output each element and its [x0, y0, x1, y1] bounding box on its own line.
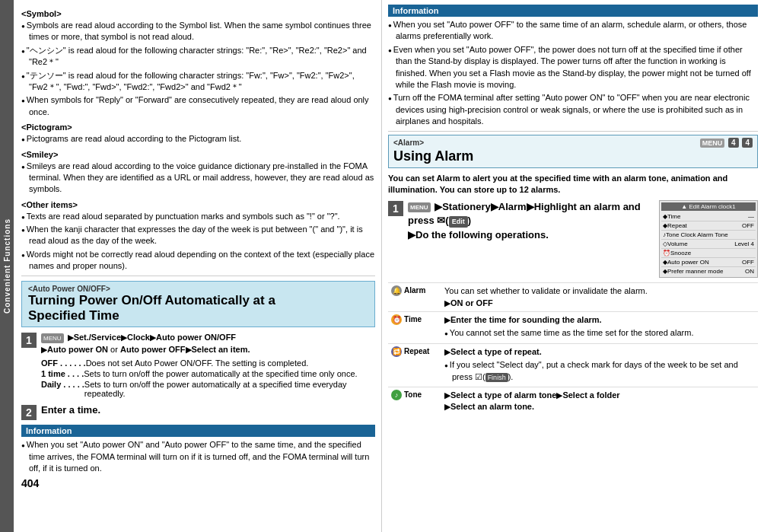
- alarm-step1-text-col: MENU ▶Stationery▶Alarm▶Highlight an alar…: [408, 200, 654, 242]
- def-row-off: OFF . . . . . . Does not set Auto Power …: [41, 358, 375, 368]
- step1-row: 1 MENU ▶Set./Service▶Clock▶Auto power ON…: [21, 332, 375, 400]
- step2-content: Enter a time.: [41, 404, 375, 416]
- screenshot-value: OFF: [742, 259, 754, 266]
- alarm-step1-text: MENU ▶Stationery▶Alarm▶Highlight an alar…: [408, 200, 654, 242]
- alarm-icon-cell: 🔔 Alarm: [388, 283, 441, 312]
- info-list-left: When you set "Auto power ON" and "Auto p…: [21, 439, 375, 474]
- alarm-menu-icon: MENU: [408, 202, 431, 212]
- symbol-header: <Symbol>: [21, 9, 375, 18]
- time-content: ▶Enter the time for sounding the alarm. …: [441, 312, 758, 344]
- step1-text: MENU ▶Set./Service▶Clock▶Auto power ON/O…: [41, 332, 375, 355]
- repeat-icon: 🔁: [391, 346, 402, 357]
- def-text-off: Does not set Auto Power ON/OFF. The sett…: [86, 358, 375, 368]
- screenshot-label: ◆Time: [663, 213, 680, 220]
- step2-row: 2 Enter a time.: [21, 404, 375, 420]
- step2-text: Enter a time.: [41, 404, 100, 416]
- info-box-left: Information: [21, 425, 375, 437]
- screenshot-label: ⏰Snooze: [663, 250, 691, 256]
- screenshot-label: ◇Volume: [663, 241, 688, 247]
- alarm-icon: 🔔: [391, 285, 402, 296]
- menu-icon-step1: MENU: [41, 333, 64, 343]
- def-text-1time: Sets to turn on/off the power automatica…: [84, 369, 375, 378]
- menu-num-4a: 4: [728, 138, 739, 148]
- alarm-content: You can set whether to validate or inval…: [441, 283, 758, 312]
- alarm-step1-number: 1: [388, 201, 403, 216]
- screenshot-row-snooze: ⏰Snooze: [661, 249, 756, 258]
- screenshot-value: —: [748, 213, 754, 220]
- screenshot-row-autopower: ◆Auto power ONOFF: [661, 258, 756, 267]
- smiley-list: Smileys are read aloud according to the …: [21, 161, 375, 196]
- info-list-right: When you set "Auto power OFF" to the sam…: [388, 19, 758, 128]
- repeat-content: ▶Select a type of repeat. If you select …: [441, 343, 758, 387]
- right-panel: Information When you set "Auto power OFF…: [382, 0, 764, 532]
- def-label-daily: Daily . . . . .: [41, 380, 84, 398]
- list-item: When you set "Auto power ON" and "Auto p…: [21, 439, 375, 474]
- edit-button[interactable]: Edit: [449, 216, 468, 228]
- separator: [21, 276, 375, 276]
- screenshot-value: Level 4: [734, 241, 754, 247]
- alarm-description: You can set Alarm to alert you at the sp…: [388, 173, 758, 196]
- def-row-daily: Daily . . . . . Sets to turn on/off the …: [41, 380, 375, 398]
- screenshot-row-repeat: ◆RepeatOFF: [661, 221, 756, 231]
- left-content: <Symbol> Symbols are read aloud accordin…: [21, 9, 375, 489]
- def-label-1time: 1 time . . . .: [41, 369, 84, 378]
- screenshot-label: ◆Auto power ON: [663, 259, 709, 266]
- repeat-label: Repeat: [404, 346, 429, 357]
- symbol-list: Symbols are read aloud according to the …: [21, 20, 375, 118]
- step1-content: MENU ▶Set./Service▶Clock▶Auto power ON/O…: [41, 332, 375, 400]
- info-box-right: Information: [388, 5, 758, 17]
- screenshot-title: ▲ Edit Alarm clock1: [661, 202, 756, 211]
- alarm-step1-row: 1 MENU ▶Stationery▶Alarm▶Highlight an al…: [388, 200, 758, 278]
- tone-content-sub: ▶Select an alarm tone.: [444, 402, 534, 411]
- auto-power-title: Turning Power On/Off Automatically at aS…: [28, 293, 368, 324]
- time-label: Time: [404, 314, 422, 325]
- other-header: <Other items>: [21, 200, 375, 209]
- alarm-section-box: <Alarm> MENU 4 4 Using Alarm: [388, 135, 758, 168]
- repeat-bullets: If you select "Select day", put a check …: [444, 359, 755, 383]
- list-item: Texts are read aloud separated by punctu…: [21, 211, 375, 222]
- screenshot-row-tone: ♪Tone Clock Alarm Tone: [661, 231, 756, 240]
- tone-icon-cell: ♪ Tone: [388, 387, 441, 416]
- other-list: Texts are read aloud separated by punctu…: [21, 211, 375, 272]
- repeat-content-bold: ▶Select a type of repeat.: [444, 347, 542, 356]
- separator-right: [388, 131, 758, 132]
- pictogram-header: <Pictogram>: [21, 123, 375, 132]
- def-label-off: OFF . . . . . .: [41, 358, 86, 368]
- menu-num-4b: 4: [742, 138, 753, 148]
- left-panel: Convenient Functions <Symbol> Symbols ar…: [0, 0, 382, 532]
- alarm-table: 🔔 Alarm You can set whether to validate …: [388, 282, 758, 416]
- time-content-bold: ▶Enter the time for sounding the alarm.: [444, 315, 602, 324]
- table-row-time: ⏰ Time ▶Enter the time for sounding the …: [388, 312, 758, 344]
- list-item: "テンソー" is read aloud for the following c…: [21, 70, 375, 94]
- alarm-big-title: Using Alarm: [393, 148, 753, 164]
- list-item: When the kanji character that expresses …: [21, 224, 375, 247]
- list-item: Turn off the FOMA terminal after setting…: [388, 92, 758, 127]
- list-item: When you set "Auto power OFF" to the sam…: [388, 19, 758, 43]
- list-item: Symbols are read aloud according to the …: [21, 20, 375, 43]
- alarm-content-arrow: ▶ON or OFF: [444, 298, 493, 307]
- list-item: Words might not be correctly read aloud …: [21, 249, 375, 272]
- def-row-1time: 1 time . . . . Sets to turn on/off the p…: [41, 369, 375, 378]
- screenshot-row-time: ◆Time—: [661, 212, 756, 221]
- list-item: Smileys are read aloud according to the …: [21, 161, 375, 196]
- table-row-tone: ♪ Tone ▶Select a type of alarm tone▶Sele…: [388, 387, 758, 416]
- sidebar-label: Convenient Functions: [0, 0, 14, 532]
- list-item: When symbols for "Reply" or "Forward" ar…: [21, 94, 375, 118]
- screenshot-label: ◆Repeat: [663, 222, 687, 229]
- finish-button: Finish: [485, 373, 508, 382]
- alarm-content-text: You can set whether to validate or inval…: [444, 286, 648, 295]
- list-item: You cannot set the same time as the time…: [444, 327, 755, 339]
- list-item: Even when you set "Auto power OFF", the …: [388, 44, 758, 91]
- tone-label: Tone: [404, 390, 422, 400]
- list-item: "ヘンシン" is read aloud for the following c…: [21, 45, 375, 68]
- screenshot-row-volume: ◇VolumeLevel 4: [661, 240, 756, 249]
- time-icon: ⏰: [391, 314, 402, 325]
- repeat-icon-cell: 🔁 Repeat: [388, 343, 441, 387]
- step1-definitions: OFF . . . . . . Does not set Auto Power …: [41, 358, 375, 398]
- step2-number: 2: [21, 405, 37, 420]
- time-icon-cell: ⏰ Time: [388, 312, 441, 344]
- alarm-small-header: <Alarm>: [393, 139, 424, 147]
- step1-line1: ▶Set./Service▶Clock▶Auto power ON/OFF: [68, 333, 236, 342]
- step1-line2: ▶Auto power ON or Auto power OFF▶Select …: [41, 345, 250, 354]
- alarm-screenshot: ▲ Edit Alarm clock1 ◆Time— ◆RepeatOFF ♪T…: [659, 200, 758, 278]
